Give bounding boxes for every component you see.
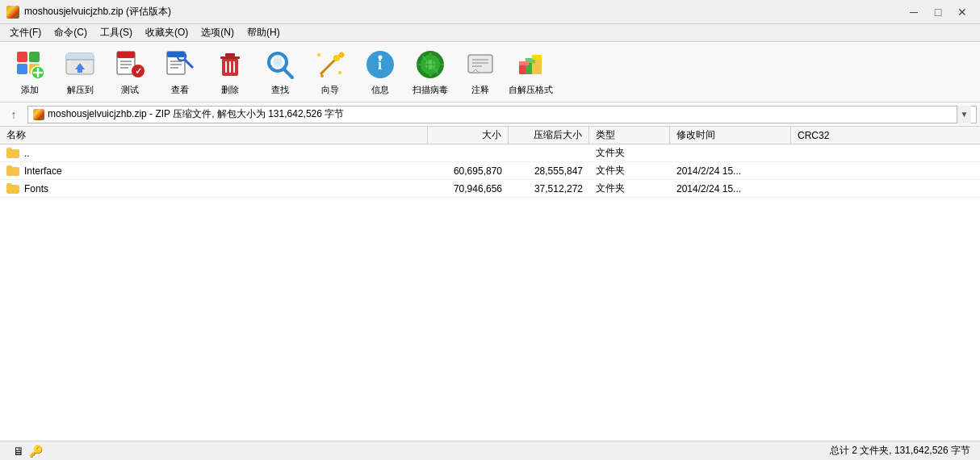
wizard-icon [314, 48, 346, 81]
test-icon: ✓ [114, 48, 146, 81]
view-button[interactable]: 查看 [157, 45, 203, 98]
sfx-button[interactable]: 自解压格式 [507, 45, 554, 98]
window-controls: ─ □ ✕ [903, 3, 974, 21]
svg-line-36 [320, 58, 337, 74]
test-button[interactable]: ✓ 测试 [107, 45, 153, 98]
menu-favorites[interactable]: 收藏夹(O) [139, 24, 195, 41]
address-dropdown-button[interactable]: ▼ [957, 106, 971, 123]
file-name-interface: Interface [0, 162, 428, 179]
file-crc-parent [791, 144, 980, 161]
status-icons: 🖥 🔑 [13, 445, 43, 458]
table-row[interactable]: .. 文件夹 [0, 144, 980, 162]
file-name-parent: .. [0, 144, 428, 161]
svg-point-37 [333, 55, 340, 61]
file-size-parent [428, 144, 509, 161]
view-icon [164, 48, 196, 81]
svg-point-46 [379, 55, 383, 59]
title-bar: moshousjelvuicjzhb.zip (评估版本) ─ □ ✕ [0, 0, 980, 24]
wizard-button[interactable]: 向导 [307, 45, 354, 98]
file-crc-fonts [791, 180, 980, 197]
menu-help[interactable]: 帮助(H) [241, 24, 287, 41]
file-modified-parent [670, 144, 791, 161]
file-modified-interface: 2014/2/24 15... [670, 162, 791, 179]
status-bar: 🖥 🔑 总计 2 文件夹, 131,642,526 字节 [0, 441, 980, 460]
comment-button[interactable]: 注释 [457, 45, 504, 98]
test-label: 测试 [121, 84, 139, 96]
file-compressed-interface: 28,555,847 [509, 162, 589, 179]
svg-rect-9 [66, 53, 94, 60]
delete-label: 删除 [221, 84, 239, 96]
folder-icon [6, 183, 19, 194]
svg-rect-0 [17, 52, 27, 62]
svg-point-41 [320, 74, 324, 77]
col-header-crc[interactable]: CRC32 [791, 127, 980, 144]
svg-rect-1 [29, 52, 40, 62]
address-bar: ↑ moshousjelvuicjzhb.zip - ZIP 压缩文件, 解包大… [0, 102, 980, 127]
col-header-modified[interactable]: 修改时间 [670, 127, 791, 144]
add-icon [14, 48, 46, 81]
svg-line-34 [284, 69, 292, 77]
file-size-fonts: 70,946,656 [428, 180, 509, 197]
svg-rect-14 [117, 52, 135, 58]
comment-icon [464, 48, 496, 81]
col-header-compressed[interactable]: 压缩后大小 [509, 127, 589, 144]
info-label: 信息 [371, 84, 389, 96]
col-header-name[interactable]: 名称 [0, 127, 428, 144]
address-zip-icon [33, 109, 44, 120]
extract-icon [64, 48, 96, 81]
file-type-fonts: 文件夹 [589, 180, 670, 197]
scan-icon [414, 48, 446, 81]
folder-icon [6, 165, 19, 176]
info-icon: i [364, 48, 396, 81]
maximize-button[interactable]: □ [927, 3, 949, 21]
column-headers: 名称 大小 压缩后大小 类型 修改时间 CRC32 [0, 127, 980, 144]
add-button[interactable]: 添加 [6, 45, 53, 98]
minimize-button[interactable]: ─ [903, 3, 925, 21]
app-icon [6, 6, 19, 19]
svg-point-39 [338, 71, 341, 74]
find-button[interactable]: 查找 [257, 45, 304, 98]
file-crc-interface [791, 162, 980, 179]
file-size-interface: 60,695,870 [428, 162, 509, 179]
hdd-icon: 🖥 [13, 445, 24, 458]
address-input[interactable]: moshousjelvuicjzhb.zip - ZIP 压缩文件, 解包大小为… [27, 106, 977, 123]
table-row[interactable]: Fonts 70,946,656 37,512,272 文件夹 2014/2/2… [0, 180, 980, 198]
address-text: moshousjelvuicjzhb.zip - ZIP 压缩文件, 解包大小为… [48, 107, 344, 121]
file-modified-fonts: 2014/2/24 15... [670, 180, 791, 197]
sfx-label: 自解压格式 [509, 84, 553, 96]
nav-up-button[interactable]: ↑ [3, 105, 24, 124]
sfx-icon [514, 48, 547, 81]
find-label: 查找 [271, 84, 289, 96]
svg-text:✓: ✓ [135, 66, 142, 76]
col-header-type[interactable]: 类型 [589, 127, 670, 144]
scan-button[interactable]: 扫描病毒 [407, 45, 454, 98]
menu-bar: 文件(F) 命令(C) 工具(S) 收藏夹(O) 选项(N) 帮助(H) [0, 24, 980, 42]
menu-commands[interactable]: 命令(C) [48, 24, 94, 41]
svg-rect-2 [17, 64, 27, 74]
close-button[interactable]: ✕ [951, 3, 974, 21]
menu-file[interactable]: 文件(F) [3, 24, 48, 41]
file-compressed-fonts: 37,512,272 [509, 180, 589, 197]
info-button[interactable]: i 信息 [357, 45, 404, 98]
file-name-fonts: Fonts [0, 180, 428, 197]
status-summary: 总计 2 文件夹, 131,642,526 字节 [830, 444, 970, 458]
scan-label: 扫描病毒 [413, 84, 448, 96]
title-text: moshousjelvuicjzhb.zip (评估版本) [24, 5, 171, 19]
wizard-label: 向导 [321, 84, 339, 96]
comment-label: 注释 [471, 84, 489, 96]
delete-icon [214, 48, 246, 81]
svg-point-38 [317, 53, 320, 56]
key-icon: 🔑 [29, 445, 43, 458]
menu-tools[interactable]: 工具(S) [94, 24, 139, 41]
table-row[interactable]: Interface 60,695,870 28,555,847 文件夹 2014… [0, 162, 980, 180]
col-header-size[interactable]: 大小 [428, 127, 509, 144]
folder-icon [6, 148, 19, 158]
find-icon [264, 48, 296, 81]
extract-button[interactable]: 解压到 [57, 45, 103, 98]
svg-point-35 [273, 57, 283, 67]
menu-options[interactable]: 选项(N) [195, 24, 241, 41]
file-type-interface: 文件夹 [589, 162, 670, 179]
svg-rect-62 [519, 61, 529, 65]
delete-button[interactable]: 删除 [207, 45, 253, 98]
svg-rect-29 [225, 53, 235, 56]
